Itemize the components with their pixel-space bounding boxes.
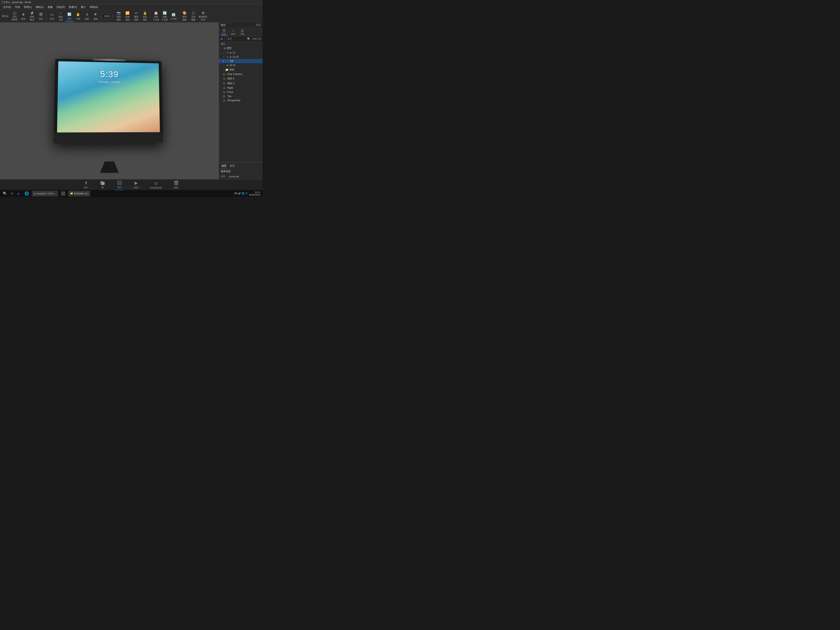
lock-camera-icon: 🔒 (142, 11, 147, 15)
geo-view-icon: ⬡ (191, 11, 196, 15)
scene-tab[interactable]: ⊞ 场景 (220, 29, 228, 35)
library-btn[interactable]: 📚 库 (98, 180, 107, 190)
lower-material-tab[interactable]: 材质 (229, 164, 235, 168)
studio-btn[interactable]: 🏢 工作室 (169, 11, 178, 22)
view-btn[interactable]: 👁 视角 (92, 11, 100, 22)
keyshot-taskbar-label: KeyShot 7.2 Pro ... (37, 192, 56, 195)
filter-icon[interactable]: ⛶ (224, 37, 227, 40)
import-btn[interactable]: ⬆ 导入 (82, 180, 90, 190)
menu-item-查看(V)[interactable]: 查看(V) (67, 5, 79, 9)
tray-icons: ⌨ 🔊 🌐 (234, 192, 245, 195)
push-btn[interactable]: ⇕ 推移 (83, 11, 91, 22)
ipad-case-bottom (54, 132, 163, 143)
keyshotxr-btn[interactable]: ⊙ KeyShotXR (148, 180, 164, 190)
ipad-date: Tuesday, 10 April (98, 80, 120, 84)
animation-icon: ▶ (134, 180, 138, 185)
camera-front[interactable]: 🎥 Front (219, 90, 262, 94)
switch-camera-btn[interactable]: 🔁 切换相机 (123, 11, 132, 22)
project-btn[interactable]: ⬛ 项目 (115, 179, 124, 190)
bandmu-btn[interactable]: 📁 BANDMU (F:) (68, 191, 90, 196)
value-input[interactable] (103, 14, 112, 19)
material-template-btn[interactable]: 🎨 材质模板 (180, 11, 189, 22)
lower-scene-tab[interactable]: 场景 (221, 164, 227, 168)
import-label: 导入 (84, 186, 88, 189)
cursor-icon: ↖ (226, 60, 229, 63)
menu-item-文件(E)[interactable]: 文件(E) (1, 5, 13, 9)
expand-all-icon[interactable]: ≫ (220, 37, 223, 40)
model-group-header[interactable]: − ⊕ 模型 (219, 46, 262, 51)
camera-right-label: Right (227, 87, 261, 89)
tree-item-13[interactable]: ▶ ↖ 13 (219, 59, 262, 63)
toolbar-tools-group: ▭ 区域 ↕ 移动工具 🔄 翻绕 ✋ 平移 ⇕ 推移 👁 视角 (47, 11, 101, 22)
menu-item-环境[interactable]: 环境 (13, 5, 22, 9)
tree-item-13-1[interactable]: + ◉ 13 #1 (219, 63, 262, 67)
camera-5[interactable]: 🎥 相机 5 (219, 81, 262, 86)
lower-panel-tabs: 场景 材质 (221, 164, 261, 168)
menu-item-照明(L)[interactable]: 照明(L) (22, 5, 33, 9)
material-tab-label: 材质 (231, 33, 235, 36)
cpu-usage-btn[interactable]: ⬛ CPU使用里 (10, 11, 19, 22)
tree-item-11-1[interactable]: + 👁 ◉ 11 #1 (219, 55, 262, 59)
info-name-row: 名称 youce.bip (221, 174, 261, 178)
performance-icon: ⚡ (30, 11, 35, 15)
library-label: 库 (101, 186, 104, 189)
display-label: 显示 (227, 37, 246, 40)
render-bottom-btn[interactable]: 🎬 渲染 (172, 180, 180, 190)
edge-icon: 🌐 (24, 191, 29, 196)
ipad-screen: 5:39 Tuesday, 10 April (57, 61, 160, 133)
geo-view-btn[interactable]: ⬡ 几何视图 (189, 11, 197, 22)
viewport[interactable]: 5:39 Tuesday, 10 April (0, 22, 219, 179)
scene-tab-label: 场景 (222, 33, 226, 35)
item-13-expand: ▶ (223, 60, 226, 62)
camera-perspective[interactable]: 🎥 Perspective (219, 98, 262, 103)
reset-camera-btn[interactable]: ↩ 重置相机 (132, 11, 141, 22)
view-icon: 👁 (93, 12, 98, 17)
performance-btn[interactable]: ⚡ 性能模式 (28, 11, 36, 22)
menu-item-图像[interactable]: 图像 (46, 5, 54, 9)
area-btn[interactable]: ▭ 区域 (48, 11, 56, 22)
item-11-1-label: 11 #1 (232, 55, 261, 58)
bandmu-label: BANDMU (F:) (74, 192, 88, 195)
switch-studio-btn[interactable]: 🔄 切换工作室 (161, 11, 169, 22)
pan-btn[interactable]: ✋ 平移 (74, 11, 82, 22)
item-11-label: 11 (232, 51, 261, 54)
menu-item-渲染(R)[interactable]: 渲染(R) (55, 5, 67, 9)
area-icon: ▭ (49, 12, 54, 17)
tree-item-11[interactable]: + 👁 ◉ 11 (219, 51, 262, 55)
environment-tab[interactable]: ◎ 环境 (238, 29, 246, 35)
task-view-btn[interactable]: ⧉ (9, 191, 14, 196)
material-tab[interactable]: ○ 材质 (229, 29, 237, 35)
edge-btn[interactable]: 🌐 (23, 191, 31, 196)
toolbar-studio-group: 🏠 添加工作室 🔄 切换工作室 🏢 工作室 (151, 11, 179, 22)
project-label: 项目 (117, 186, 122, 189)
lock-camera-btn[interactable]: 🔒 锁定相机 (141, 11, 149, 22)
model-expand-btn: − (220, 47, 223, 49)
ie-btn[interactable]: ℯ (16, 191, 22, 196)
scene-info-title: 场景信息 (221, 170, 261, 173)
config-wizard-btn[interactable]: ⚙ 配置程序向导 (198, 11, 208, 22)
camera-free[interactable]: 🎥 Free Camera (219, 72, 262, 76)
system-clock: 15:11 2018/10/10 (249, 191, 261, 196)
import-icon: ⬆ (84, 180, 88, 185)
search-btn[interactable]: 🔍 (2, 191, 8, 196)
menu-item-窗口[interactable]: 窗口 (79, 5, 87, 9)
keyshot-taskbar-btn[interactable]: ◈ KeyShot 7.2 Pro ... (32, 191, 58, 196)
camera-6[interactable]: 🎥 相机 6 (219, 76, 262, 81)
render-btn[interactable]: 🎬 渲染 (37, 11, 45, 22)
rotate-btn[interactable]: 🔄 翻绕 (65, 11, 74, 22)
menu-item-相机(C)[interactable]: 相机(C) (34, 5, 46, 9)
menu-item-帮助(H)[interactable]: 帮助(H) (88, 5, 100, 9)
render-bottom-icon: 🎬 (174, 180, 179, 185)
panel-project-label: 项目 (221, 23, 226, 27)
panel-spacer (219, 103, 262, 162)
add-studio-btn[interactable]: 🏠 添加工作室 (152, 11, 160, 22)
add-camera-btn[interactable]: 📷 添加相机 (115, 11, 123, 22)
camera-right[interactable]: 🎥 Right (219, 86, 262, 90)
animation-btn[interactable]: ▶ 动画 (132, 180, 140, 190)
camera-dash: − (223, 68, 224, 71)
search-icon[interactable]: 🔍 (247, 37, 250, 40)
move-tool-btn[interactable]: ↕ 移动工具 (57, 11, 65, 22)
pause-btn[interactable]: ⏸ 暂停 (19, 11, 27, 22)
camera-top[interactable]: 🎥 Top (219, 94, 262, 98)
green-app-btn[interactable]: ⬛ (59, 191, 67, 196)
